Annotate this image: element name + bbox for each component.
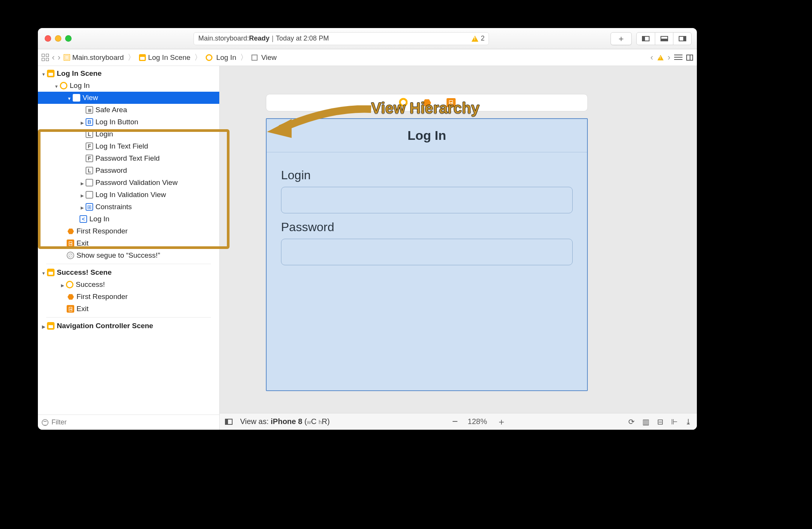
- left-panel-icon: [642, 36, 650, 41]
- scene-icon: [139, 54, 146, 61]
- outline-constraints[interactable]: ⊞Constraints: [38, 201, 219, 213]
- outline-first-responder-2[interactable]: ⬣First Responder: [38, 291, 219, 303]
- password-textfield[interactable]: [281, 239, 573, 265]
- issue-nav-back[interactable]: ‹: [650, 53, 653, 63]
- outline-exit[interactable]: ⍈Exit: [38, 237, 219, 249]
- resolve-issues-button[interactable]: ⤓: [685, 417, 692, 426]
- zoom-in-button[interactable]: ＋: [497, 416, 506, 428]
- outline-nav-item[interactable]: <Log In: [38, 213, 219, 225]
- toggle-navigator-button[interactable]: [637, 33, 655, 45]
- outline-label: Log In Text Field: [95, 142, 148, 150]
- outline-label: View: [83, 94, 98, 102]
- path-seg-viewcontroller[interactable]: Log In: [206, 53, 236, 62]
- library-button[interactable]: ＋: [611, 32, 632, 45]
- activity-filename: Main.storyboard: [198, 34, 247, 42]
- button-icon: B: [86, 118, 93, 126]
- toggle-outline-button[interactable]: [225, 419, 233, 425]
- warning-count: 2: [481, 34, 484, 42]
- viewcontroller-icon: [66, 281, 73, 288]
- outline-vc-login[interactable]: Log In: [38, 80, 219, 92]
- login-textfield[interactable]: [281, 187, 573, 213]
- jump-bar: ‹ › Main.storyboard 〉 Log In Scene 〉 Log…: [38, 49, 697, 66]
- view-icon: [251, 55, 258, 61]
- outline-label: Log In Scene: [57, 69, 102, 78]
- add-constraints-button[interactable]: ⊩: [671, 417, 678, 426]
- issue-indicator[interactable]: 2: [472, 34, 484, 42]
- outline-label: First Responder: [77, 293, 128, 301]
- outline-label: First Responder: [77, 227, 128, 235]
- view-as-control[interactable]: View as: iPhone 8 (wC hR): [240, 417, 330, 426]
- path-seg-view[interactable]: View: [251, 53, 277, 62]
- storyboard-icon: [64, 54, 70, 61]
- outline-label: Password: [95, 166, 127, 175]
- trait-w: w: [307, 419, 311, 425]
- toggle-inspectors-button[interactable]: [673, 33, 691, 45]
- outline-password-textfield[interactable]: FPassword Text Field: [38, 152, 219, 164]
- outline-login-validation-view[interactable]: Log In Validation View: [38, 189, 219, 201]
- safe-area-icon: ▦: [86, 106, 93, 114]
- activity-status: Ready: [249, 34, 270, 42]
- outline-login-label[interactable]: LLogin: [38, 128, 219, 140]
- trait-h: h: [319, 419, 322, 425]
- outline-label: Navigation Controller Scene: [57, 322, 153, 330]
- outline-login-button[interactable]: BLog In Button: [38, 116, 219, 128]
- activity-viewer[interactable]: Main.storyboard: Ready | Today at 2:08 P…: [194, 32, 489, 45]
- issue-nav-forward[interactable]: ›: [668, 53, 670, 63]
- label-icon: L: [86, 130, 93, 138]
- t-open: (: [302, 417, 307, 426]
- interface-builder-canvas[interactable]: ⬣ ⍈ Log In Login Password View as: iPhon…: [220, 66, 697, 430]
- view-icon: [73, 94, 80, 102]
- outline-view-root[interactable]: View: [38, 92, 219, 104]
- right-panel-icon: [679, 36, 686, 41]
- zoom-window-button[interactable]: [65, 35, 72, 42]
- plus-icon: ＋: [617, 33, 625, 44]
- view-as-prefix: View as:: [240, 417, 271, 426]
- history-back-button[interactable]: ‹: [52, 53, 55, 63]
- outline-label: Log In Validation View: [95, 191, 166, 199]
- outline-segue[interactable]: ∅Show segue to “Success!”: [38, 249, 219, 261]
- first-responder-icon: ⬣: [67, 293, 74, 300]
- device-preview[interactable]: Log In Login Password: [266, 118, 588, 391]
- minimize-window-button[interactable]: [55, 35, 61, 42]
- outline-label: Log In: [70, 81, 90, 90]
- outline-scene-login[interactable]: Log In Scene: [38, 67, 219, 80]
- activity-timestamp: Today at 2:08 PM: [276, 34, 329, 42]
- outline-scene-success[interactable]: Success! Scene: [38, 266, 219, 279]
- related-items-button[interactable]: [42, 54, 49, 61]
- document-items-button[interactable]: [674, 55, 682, 61]
- outline-password-label[interactable]: LPassword: [38, 164, 219, 177]
- outline-filter-input[interactable]: [52, 418, 215, 426]
- login-label: Login: [281, 168, 573, 182]
- outline-login-textfield[interactable]: FLog In Text Field: [38, 140, 219, 152]
- canvas-bottom-bar: View as: iPhone 8 (wC hR) − 128% ＋ ⟳ ▥ ⊟…: [220, 413, 697, 430]
- outline-label: Safe Area: [95, 106, 127, 114]
- trait-c: C: [311, 417, 319, 426]
- view-icon: [86, 191, 93, 199]
- outline-password-validation-view[interactable]: Password Validation View: [38, 177, 219, 189]
- align-button[interactable]: ⊟: [657, 417, 664, 426]
- t-close: ): [327, 417, 330, 426]
- path-seg-scene[interactable]: Log In Scene: [139, 53, 191, 62]
- close-window-button[interactable]: [45, 35, 51, 42]
- outline-label: Login: [95, 130, 113, 138]
- zoom-out-button[interactable]: −: [452, 416, 458, 427]
- path-seg-scene-label: Log In Scene: [148, 53, 191, 62]
- update-frames-button[interactable]: ⟳: [628, 417, 635, 426]
- outline-safe-area[interactable]: ▦Safe Area: [38, 104, 219, 116]
- titlebar: Main.storyboard: Ready | Today at 2:08 P…: [38, 28, 697, 49]
- outline-first-responder[interactable]: ⬣First Responder: [38, 225, 219, 237]
- adjust-editor-options-button[interactable]: [686, 55, 693, 61]
- outline-scene-navcontroller[interactable]: Navigation Controller Scene: [38, 320, 219, 332]
- toggle-debug-area-button[interactable]: [655, 33, 673, 45]
- history-forward-button[interactable]: ›: [58, 53, 60, 63]
- outline-exit-2[interactable]: ⍈Exit: [38, 303, 219, 315]
- segue-icon: ∅: [67, 252, 74, 259]
- outline-vc-success[interactable]: Success!: [38, 279, 219, 291]
- panel-toggle-group: [636, 32, 692, 45]
- zoom-level[interactable]: 128%: [468, 417, 487, 426]
- grid-icon: [42, 54, 49, 61]
- bottom-panel-icon: [661, 36, 668, 41]
- embed-in-button[interactable]: ▥: [642, 417, 650, 426]
- path-seg-file[interactable]: Main.storyboard: [64, 53, 124, 62]
- viewcontroller-icon: [60, 82, 67, 89]
